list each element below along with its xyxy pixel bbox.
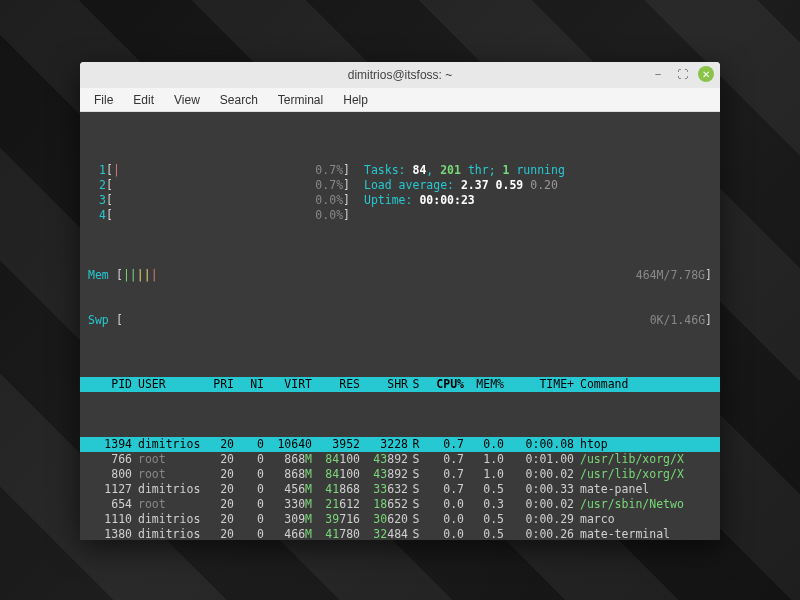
terminal-body[interactable]: 1 [|0.7%]Tasks: 84, 201 thr; 1 running2 … bbox=[80, 112, 720, 540]
hdr-cpu[interactable]: CPU% bbox=[424, 377, 464, 392]
process-list[interactable]: 1394dimitrios2001064039523228R0.70.00:00… bbox=[80, 437, 720, 540]
hdr-s[interactable]: S bbox=[408, 377, 424, 392]
process-row[interactable]: 1127dimitrios200456M4186833632S0.70.50:0… bbox=[80, 482, 720, 497]
hdr-shr[interactable]: SHR bbox=[360, 377, 408, 392]
menu-search[interactable]: Search bbox=[212, 90, 266, 110]
hdr-res[interactable]: RES bbox=[312, 377, 360, 392]
mem-meter: Mem[|||||464M/7.78G] bbox=[80, 268, 720, 283]
swp-label: Swp bbox=[88, 313, 116, 328]
process-row[interactable]: 1110dimitrios200309M3971630620S0.00.50:0… bbox=[80, 512, 720, 527]
menubar: File Edit View Search Terminal Help bbox=[80, 88, 720, 112]
terminal-window: dimitrios@itsfoss: ~ − ⛶ ✕ File Edit Vie… bbox=[80, 62, 720, 540]
titlebar: dimitrios@itsfoss: ~ − ⛶ ✕ bbox=[80, 62, 720, 88]
menu-terminal[interactable]: Terminal bbox=[270, 90, 331, 110]
process-row[interactable]: 654root200330M2161218652S0.00.30:00.02/u… bbox=[80, 497, 720, 512]
menu-help[interactable]: Help bbox=[335, 90, 376, 110]
hdr-virt[interactable]: VIRT bbox=[264, 377, 312, 392]
process-row[interactable]: 1380dimitrios200466M4178032484S0.00.50:0… bbox=[80, 527, 720, 540]
minimize-button[interactable]: − bbox=[650, 66, 666, 82]
cpu-meter-1: 1 [|0.7%]Tasks: 84, 201 thr; 1 running bbox=[80, 163, 720, 178]
swp-meter: Swp[0K/1.46G] bbox=[80, 313, 720, 328]
close-button[interactable]: ✕ bbox=[698, 66, 714, 82]
window-title: dimitrios@itsfoss: ~ bbox=[348, 68, 453, 82]
process-row[interactable]: 800root200868M8410043892S0.71.00:00.02/u… bbox=[80, 467, 720, 482]
hdr-time[interactable]: TIME+ bbox=[504, 377, 574, 392]
maximize-button[interactable]: ⛶ bbox=[674, 66, 690, 82]
hdr-cmd[interactable]: Command bbox=[574, 377, 720, 392]
menu-edit[interactable]: Edit bbox=[125, 90, 162, 110]
mem-value: 464M/7.78G bbox=[615, 268, 705, 283]
cpu-meter-3: 3 [0.0%]Uptime: 00:00:23 bbox=[80, 193, 720, 208]
window-controls: − ⛶ ✕ bbox=[650, 66, 714, 82]
menu-file[interactable]: File bbox=[86, 90, 121, 110]
menu-view[interactable]: View bbox=[166, 90, 208, 110]
hdr-mem[interactable]: MEM% bbox=[464, 377, 504, 392]
process-row[interactable]: 1394dimitrios2001064039523228R0.70.00:00… bbox=[80, 437, 720, 452]
tasks-info: Tasks: 84, 201 thr; 1 running bbox=[364, 163, 565, 178]
cpu-meter-2: 2 [0.7%]Load average: 2.37 0.59 0.20 bbox=[80, 178, 720, 193]
hdr-ni[interactable]: NI bbox=[234, 377, 264, 392]
uptime: Uptime: 00:00:23 bbox=[364, 193, 475, 208]
hdr-user[interactable]: USER bbox=[132, 377, 204, 392]
hdr-pri[interactable]: PRI bbox=[204, 377, 234, 392]
cpu-meter-4: 4 [0.0%] bbox=[80, 208, 720, 223]
process-row[interactable]: 766root200868M8410043892S0.71.00:01.00/u… bbox=[80, 452, 720, 467]
load-average: Load average: 2.37 0.59 0.20 bbox=[364, 178, 558, 193]
hdr-pid[interactable]: PID bbox=[88, 377, 132, 392]
cpu-meters: 1 [|0.7%]Tasks: 84, 201 thr; 1 running2 … bbox=[80, 163, 720, 223]
mem-label: Mem bbox=[88, 268, 116, 283]
swp-value: 0K/1.46G bbox=[615, 313, 705, 328]
process-header[interactable]: PID USER PRI NI VIRT RES SHR S CPU% MEM%… bbox=[80, 377, 720, 392]
close-icon: ✕ bbox=[702, 69, 710, 80]
